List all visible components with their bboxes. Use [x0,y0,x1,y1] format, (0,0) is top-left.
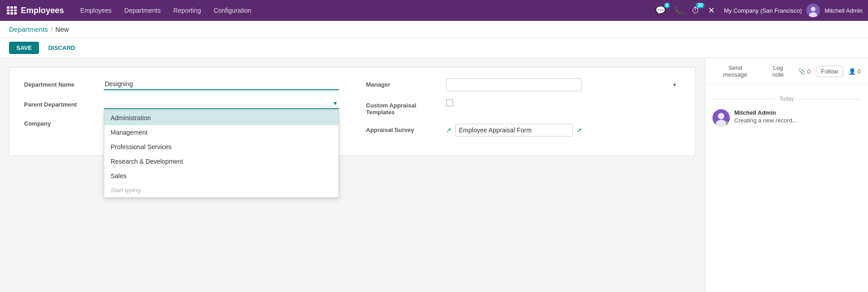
dropdown-item-administration[interactable]: Administration [104,111,339,125]
manager-select[interactable] [446,78,582,91]
manager-arrow-icon: ▼ [672,82,677,88]
chatter-header: Send message Log note 📎 0 Follow 👤 0 [705,58,868,85]
timer-icon-btn[interactable]: ⏱30 [690,5,702,16]
nav-configuration[interactable]: Configuration [208,4,257,17]
dept-name-label: Department Name [24,78,97,88]
save-button[interactable]: SAVE [9,42,39,54]
avatar-image [806,4,820,17]
follow-button[interactable]: Follow [816,66,843,77]
main-menu: Employees Departments Reporting Configur… [75,4,654,17]
parent-dept-row: Parent Department ▼ Administration Manag… [24,98,339,109]
chatter-body: Today Mitchell Admin Creating a new reco… [705,85,868,134]
phone-icon-btn[interactable]: 📞 [672,5,685,16]
parent-dept-dropdown: Administration Management Professional S… [104,110,339,198]
close-icon-btn[interactable]: ✕ [706,5,717,16]
send-message-button[interactable]: Send message [713,63,758,80]
manager-row: Manager ▼ [366,78,681,91]
action-bar: SAVE DISCARD [0,38,868,58]
appraisal-survey-value: ↗ Employee Appraisal Form ↗ [446,124,681,136]
user-avatar[interactable] [806,4,820,17]
custom-appraisal-label: Custom Appraisal Templates [366,99,439,116]
custom-appraisal-checkbox-wrap [446,99,681,107]
form-panel: Department Name Parent Department ▼ [0,58,705,292]
followers-meta: 👤 0 [849,68,861,75]
app-brand: Employees [21,6,64,15]
dropdown-item-sales[interactable]: Sales [104,169,339,183]
form-card: Department Name Parent Department ▼ [9,67,696,156]
chatter-avatar [713,109,730,127]
chatter-panel: Send message Log note 📎 0 Follow 👤 0 Tod… [705,58,868,292]
followers-icon: 👤 [849,68,856,75]
parent-dept-select[interactable]: ▼ [104,98,339,109]
breadcrumb-separator: / [51,25,53,33]
chat-badge: 6 [664,3,670,8]
paperclip-meta: 📎 0 [798,68,810,75]
top-navbar: Employees Employees Departments Reportin… [0,0,868,21]
chat-icon-btn[interactable]: 💬6 [654,5,667,16]
dept-name-value [104,78,339,90]
paperclip-icon: 📎 [798,68,805,75]
app-switcher-icon[interactable] [5,5,16,16]
followers-count: 0 [858,68,861,75]
appraisal-survey-label: Appraisal Survey [366,124,439,133]
nav-departments[interactable]: Departments [119,4,166,17]
dropdown-item-professional-services[interactable]: Professional Services [104,140,339,154]
company-name: My Company (San Francisco) [724,7,802,14]
dept-name-row: Department Name [24,78,339,90]
dropdown-item-management[interactable]: Management [104,125,339,140]
timer-badge: 30 [696,3,704,8]
breadcrumb-current: New [55,25,69,33]
breadcrumb-parent-link[interactable]: Departments [9,25,48,33]
dropdown-placeholder: Start typing... [104,183,339,197]
dept-name-input[interactable] [104,78,339,90]
chatter-meta: 📎 0 Follow 👤 0 [798,66,861,77]
appraisal-survey-row: Appraisal Survey ↗ Employee Appraisal Fo… [366,124,681,136]
manager-label: Manager [366,78,439,88]
parent-dept-select-wrapper: ▼ Administration Management Professional… [104,98,339,109]
chatter-message-text: Creating a new record... [734,117,861,124]
manager-value: ▼ [446,78,681,91]
chatter-message-author: Mitchell Admin [734,109,861,116]
parent-dept-arrow-icon: ▼ [333,100,338,107]
chatter-message: Mitchell Admin Creating a new record... [713,109,861,127]
dropdown-item-research-development[interactable]: Research & Development [104,154,339,169]
custom-appraisal-row: Custom Appraisal Templates [366,99,681,116]
main-layout: Department Name Parent Department ▼ [0,58,868,292]
company-label: Company [24,117,97,127]
svg-point-4 [718,113,724,119]
appraisal-survey-input-wrap: ↗ Employee Appraisal Form ↗ [446,124,681,136]
appraisal-survey-select[interactable]: Employee Appraisal Form [455,124,573,136]
paperclip-count: 0 [807,68,810,75]
custom-appraisal-checkbox[interactable] [446,99,453,107]
parent-dept-label: Parent Department [24,98,97,108]
breadcrumb: Departments / New [0,21,868,38]
svg-point-1 [811,7,815,11]
nav-employees[interactable]: Employees [75,4,117,17]
appraisal-survey-external-right-icon[interactable]: ↗ [577,127,582,134]
online-indicator [725,122,729,126]
log-note-button[interactable]: Log note [763,63,793,80]
nav-reporting[interactable]: Reporting [168,4,206,17]
discard-button[interactable]: DISCARD [43,42,80,54]
appraisal-survey-external-left-icon[interactable]: ↗ [446,127,451,134]
username-label: Mitchell Admin [824,7,863,14]
chatter-message-content: Mitchell Admin Creating a new record... [734,109,861,127]
manager-select-wrap: ▼ [446,78,681,91]
chatter-date-divider: Today [713,96,861,102]
topnav-right-section: 💬6 📞 ⏱30 ✕ My Company (San Francisco) Mi… [654,4,863,17]
